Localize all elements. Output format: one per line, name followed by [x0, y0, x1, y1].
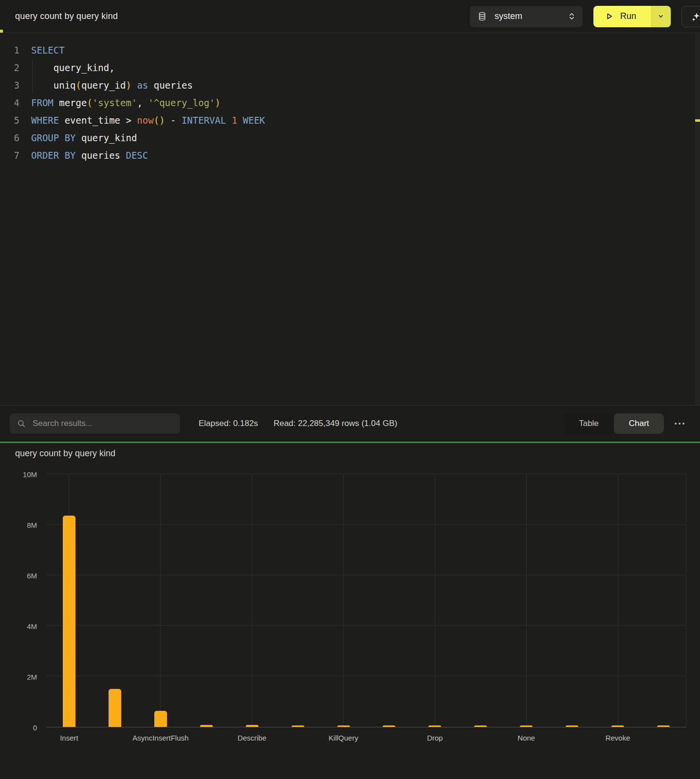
v-gridline [160, 474, 161, 727]
x-tick-label: AsyncInsertFlush [132, 734, 188, 742]
x-tick-label: Revoke [606, 734, 630, 742]
x-tick-label: Insert [60, 734, 78, 742]
y-tick-label: 8M [27, 521, 37, 529]
chevron-down-icon [657, 13, 664, 20]
more-options-button[interactable] [670, 418, 689, 429]
y-tick-label: 2M [27, 673, 37, 681]
bar-unlabeled[interactable] [200, 725, 213, 727]
line-number: 4 [0, 94, 19, 111]
v-gridline [343, 474, 344, 727]
database-icon [478, 12, 487, 21]
bar-unlabeled[interactable] [383, 725, 395, 727]
h-gridline [46, 676, 686, 676]
bar-KillQuery[interactable] [337, 725, 350, 727]
overview-ruler-mark [695, 119, 700, 122]
bar-Revoke[interactable] [611, 725, 624, 727]
line-number: 2 [0, 59, 19, 76]
database-selector-value: system [495, 11, 559, 21]
y-tick-label: 10M [23, 470, 37, 479]
y-tick-label: 4M [27, 622, 37, 631]
line-number: 3 [0, 76, 19, 94]
line-number: 7 [0, 147, 19, 164]
code-text: ORDER BY queries DESC [19, 147, 148, 164]
read-stat: Read: 22,285,349 rows (1.04 GB) [274, 419, 397, 428]
code-line: 6GROUP BY query_kind [0, 129, 700, 147]
play-icon [605, 12, 613, 20]
tab-table[interactable]: Table [564, 413, 614, 434]
sql-editor[interactable]: 1SELECT2 query_kind,3 uniq(query_id) as … [0, 33, 700, 405]
code-text: query_kind, [19, 59, 115, 76]
sparkle-icon [691, 12, 700, 21]
y-axis-labels: 02M4M6M8M10M [0, 474, 39, 727]
bar-unlabeled[interactable] [292, 725, 304, 727]
run-split-button: Run [593, 6, 671, 27]
v-gridline [526, 474, 527, 727]
bar-Drop[interactable] [428, 725, 441, 727]
editor-cursor-marker [0, 30, 3, 33]
code-line: 4FROM merge('system', '^query_log') [0, 94, 700, 111]
bar-unlabeled[interactable] [657, 725, 670, 727]
bar-Insert[interactable] [63, 516, 75, 727]
chart-title: query count by query kind [15, 448, 115, 459]
chart-plot: InsertAsyncInsertFlushDescribeKillQueryD… [46, 474, 686, 727]
code-text: WHERE event_time > now() - INTERVAL 1 WE… [19, 111, 265, 129]
bar-AsyncInsertFlush[interactable] [154, 711, 167, 727]
h-gridline [46, 575, 686, 575]
h-gridline [46, 524, 686, 525]
run-options-button[interactable] [651, 6, 671, 27]
x-tick-label: KillQuery [329, 734, 358, 742]
code-line: 1SELECT [0, 41, 700, 59]
code-line: 5WHERE event_time > now() - INTERVAL 1 W… [0, 111, 700, 129]
x-tick-label: Describe [238, 734, 266, 742]
run-button-label: Run [620, 11, 636, 21]
h-gridline [46, 625, 686, 626]
database-selector[interactable]: system [470, 6, 583, 27]
topbar: query count by query kind system [0, 0, 700, 33]
tab-chart[interactable]: Chart [614, 413, 664, 434]
code-line: 2 query_kind, [0, 59, 700, 76]
line-number: 1 [0, 41, 19, 59]
v-gridline [435, 474, 435, 727]
bar-Describe[interactable] [246, 725, 258, 727]
v-gridline [686, 474, 686, 727]
y-tick-label: 6M [27, 572, 37, 580]
line-number: 6 [0, 129, 19, 147]
chart-section: query count by query kind 02M4M6M8M10M I… [0, 443, 700, 779]
editor-scrollbar[interactable] [695, 33, 700, 405]
search-icon [17, 419, 26, 428]
bar-unlabeled[interactable] [474, 725, 487, 727]
elapsed-stat: Elapsed: 0.182s [199, 419, 258, 428]
v-gridline [252, 474, 252, 727]
query-title: query count by query kind [15, 11, 118, 21]
search-results-input[interactable] [32, 418, 174, 429]
x-tick-label: Drop [427, 734, 443, 742]
code-text: SELECT [19, 41, 65, 59]
code-line: 7ORDER BY queries DESC [0, 147, 700, 164]
search-box [10, 413, 180, 434]
code-text: FROM merge('system', '^query_log') [19, 94, 221, 111]
bar-None[interactable] [520, 725, 533, 727]
y-tick-label: 0 [33, 723, 37, 732]
code-text: GROUP BY query_kind [19, 129, 137, 147]
run-button[interactable]: Run [593, 6, 651, 27]
indent-guide [32, 59, 33, 94]
view-toggle: Table Chart [564, 413, 664, 434]
results-toolbar: Elapsed: 0.182s Read: 22,285,349 rows (1… [0, 405, 700, 442]
code-text: uniq(query_id) as queries [19, 76, 193, 94]
code-line: 3 uniq(query_id) as queries [0, 76, 700, 94]
ellipsis-icon [675, 423, 677, 425]
bar-unlabeled[interactable] [566, 725, 578, 727]
updown-chevron-icon [568, 11, 576, 21]
v-gridline [618, 474, 618, 727]
bar-unlabeled[interactable] [109, 689, 121, 727]
ai-assist-button[interactable] [682, 6, 700, 27]
x-tick-label: None [517, 734, 535, 742]
line-number: 5 [0, 111, 19, 129]
editor-lines: 1SELECT2 query_kind,3 uniq(query_id) as … [0, 33, 700, 164]
h-gridline [46, 474, 686, 474]
